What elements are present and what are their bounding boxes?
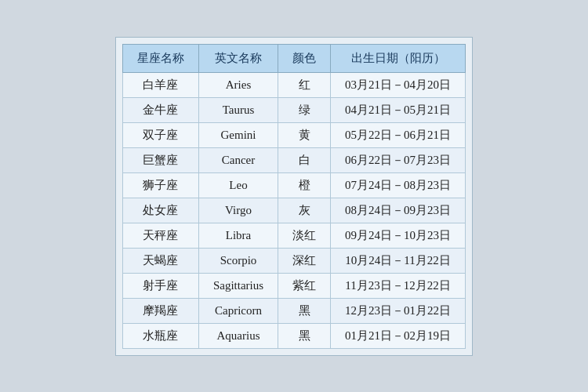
table-cell: 06月22日－07月23日 xyxy=(331,147,466,172)
table-row: 金牛座Taurus绿04月21日－05月21日 xyxy=(122,97,465,122)
table-cell: 12月23日－01月22日 xyxy=(331,298,466,323)
table-row: 狮子座Leo橙07月24日－08月23日 xyxy=(122,172,465,198)
table-row: 白羊座Aries红03月21日－04月20日 xyxy=(122,72,465,97)
table-cell: 紫红 xyxy=(278,273,331,298)
table-cell: 04月21日－05月21日 xyxy=(331,97,466,122)
table-cell: 射手座 xyxy=(122,273,198,298)
table-row: 摩羯座Capricorn黑12月23日－01月22日 xyxy=(122,298,465,323)
table-cell: 金牛座 xyxy=(122,97,198,122)
table-cell: 绿 xyxy=(278,97,331,122)
table-header-cell: 颜色 xyxy=(278,44,331,72)
table-cell: 黑 xyxy=(278,298,331,323)
table-row: 天蝎座Scorpio深红10月24日－11月22日 xyxy=(122,248,465,273)
table-cell: Virgo xyxy=(198,198,278,223)
table-cell: 狮子座 xyxy=(122,172,198,198)
table-cell: Leo xyxy=(198,172,278,198)
table-row: 双子座Gemini黄05月22日－06月21日 xyxy=(122,122,465,147)
table-cell: Cancer xyxy=(198,147,278,172)
table-cell: Taurus xyxy=(198,97,278,122)
table-row: 天秤座Libra淡红09月24日－10月23日 xyxy=(122,223,465,248)
table-cell: Libra xyxy=(198,223,278,248)
table-cell: 红 xyxy=(278,72,331,97)
table-cell: 07月24日－08月23日 xyxy=(331,172,466,198)
table-cell: Aquarius xyxy=(198,323,278,348)
table-cell: 05月22日－06月21日 xyxy=(331,122,466,147)
table-row: 处女座Virgo灰08月24日－09月23日 xyxy=(122,198,465,223)
table-cell: 水瓶座 xyxy=(122,323,198,348)
table-header-cell: 出生日期（阳历） xyxy=(331,44,466,72)
table-row: 巨蟹座Cancer白06月22日－07月23日 xyxy=(122,147,465,172)
table-cell: 白羊座 xyxy=(122,72,198,97)
table-cell: 双子座 xyxy=(122,122,198,147)
table-cell: 黄 xyxy=(278,122,331,147)
table-cell: 08月24日－09月23日 xyxy=(331,198,466,223)
table-cell: 10月24日－11月22日 xyxy=(331,248,466,273)
table-cell: 天蝎座 xyxy=(122,248,198,273)
table-cell: Aries xyxy=(198,72,278,97)
table-header-cell: 英文名称 xyxy=(198,44,278,72)
table-cell: 处女座 xyxy=(122,198,198,223)
table-cell: 黑 xyxy=(278,323,331,348)
table-cell: 摩羯座 xyxy=(122,298,198,323)
table-cell: 深红 xyxy=(278,248,331,273)
table-cell: 巨蟹座 xyxy=(122,147,198,172)
table-cell: Scorpio xyxy=(198,248,278,273)
table-header-row: 星座名称英文名称颜色出生日期（阳历） xyxy=(122,44,465,72)
table-cell: Capricorn xyxy=(198,298,278,323)
zodiac-table: 星座名称英文名称颜色出生日期（阳历） 白羊座Aries红03月21日－04月20… xyxy=(122,44,466,349)
table-cell: 01月21日－02月19日 xyxy=(331,323,466,348)
table-cell: Sagittarius xyxy=(198,273,278,298)
table-row: 水瓶座Aquarius黑01月21日－02月19日 xyxy=(122,323,465,348)
table-cell: 09月24日－10月23日 xyxy=(331,223,466,248)
table-cell: 03月21日－04月20日 xyxy=(331,72,466,97)
table-cell: 白 xyxy=(278,147,331,172)
table-cell: 灰 xyxy=(278,198,331,223)
table-header-cell: 星座名称 xyxy=(122,44,198,72)
table-cell: 天秤座 xyxy=(122,223,198,248)
table-cell: 11月23日－12月22日 xyxy=(331,273,466,298)
table-row: 射手座Sagittarius紫红11月23日－12月22日 xyxy=(122,273,465,298)
table-cell: 淡红 xyxy=(278,223,331,248)
zodiac-table-container: 星座名称英文名称颜色出生日期（阳历） 白羊座Aries红03月21日－04月20… xyxy=(115,37,473,356)
table-cell: 橙 xyxy=(278,172,331,198)
table-cell: Gemini xyxy=(198,122,278,147)
